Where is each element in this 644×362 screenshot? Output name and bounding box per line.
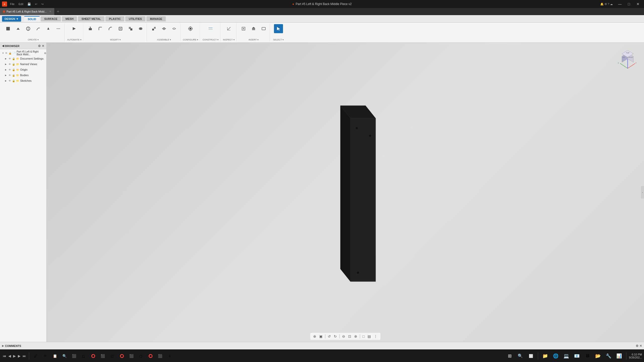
tab-solid[interactable]: SOLID (24, 16, 40, 22)
close-button[interactable]: ✕ (634, 1, 642, 7)
step-back-button[interactable]: ⏮ (2, 354, 7, 358)
browser-collapse-icon[interactable]: ◀ (2, 44, 4, 48)
insert-button[interactable] (239, 24, 248, 33)
minimize-button[interactable]: — (616, 1, 624, 7)
tree-item-named-views[interactable]: ▶ 👁 🔒 📁 Named Views (0, 61, 46, 67)
new-tab-button[interactable]: + (55, 8, 62, 15)
lock-icon-bodies[interactable]: 🔒 (12, 74, 15, 77)
filezilla-icon[interactable]: 📂 (593, 351, 602, 360)
fit-button[interactable]: ⊡ (347, 334, 352, 339)
comments-toggle-icon[interactable]: ▶ (2, 344, 4, 347)
tab-plastic[interactable]: PLASTIC (105, 16, 124, 21)
chamfer-button[interactable] (106, 24, 115, 33)
automate-button[interactable] (70, 24, 79, 33)
lock-icon-doc[interactable]: 🔒 (12, 57, 15, 60)
fillet-button[interactable] (96, 24, 105, 33)
visibility-icon-bodies[interactable]: 👁 (9, 74, 11, 77)
step-forward-button[interactable]: ⏭ (22, 354, 27, 358)
comments-settings-icon[interactable]: ⚙ (636, 344, 638, 348)
document-tab[interactable]: Part #5 Left & Right Back Midd... ✕ (0, 8, 55, 15)
taskbar-tool-6[interactable]: ◻ (79, 351, 88, 360)
redo-view-button[interactable]: ↻ (333, 334, 338, 339)
visual-style-button[interactable]: ▤ (367, 334, 372, 339)
tab-mesh[interactable]: MESH (62, 16, 77, 21)
assemble-button[interactable] (149, 24, 158, 33)
tree-item-sketches[interactable]: ▶ 👁 🔒 📁 Sketches (0, 78, 46, 83)
terminal-icon[interactable]: 🖥 (583, 351, 592, 360)
measure-button[interactable] (224, 24, 233, 33)
vscode-icon[interactable]: 💻 (562, 351, 571, 360)
taskbar-tool-8[interactable]: ⬛ (98, 351, 107, 360)
tree-item-doc-settings[interactable]: ▶ 👁 🔒 📁 Document Settings (0, 56, 46, 61)
undo-view-button[interactable]: ↺ (327, 334, 332, 339)
edit-menu[interactable]: Edit (18, 2, 24, 6)
task-view[interactable]: ⬜ (526, 351, 535, 360)
tree-item-options[interactable]: ⚙ (44, 52, 46, 55)
tab-utilities[interactable]: UTILITIES (125, 16, 145, 21)
joint-button[interactable] (159, 24, 169, 33)
maximize-button[interactable]: □ (625, 1, 633, 7)
search-taskbar[interactable]: 🔍 (516, 351, 525, 360)
visibility-icon-sketches[interactable]: 👁 (9, 79, 11, 82)
select-button[interactable] (274, 24, 283, 33)
tab-surface[interactable]: SURFACE (41, 16, 61, 21)
tree-item-origin[interactable]: ▶ 👁 🔒 📁 Origin (0, 67, 46, 72)
new-body-button[interactable] (4, 24, 13, 33)
create-more-button[interactable] (54, 24, 63, 33)
grid-button[interactable]: ⋮ (373, 334, 378, 339)
taskbar-tool-7[interactable]: ⭕ (89, 351, 98, 360)
decal-button[interactable] (249, 24, 258, 33)
browser-close-icon[interactable]: ✕ (42, 44, 44, 48)
visibility-icon-origin[interactable]: 👁 (9, 68, 11, 71)
look-at-button[interactable]: ▣ (318, 334, 324, 339)
lock-icon-root[interactable]: 🔒 (9, 52, 12, 55)
extrude-button[interactable] (14, 24, 23, 33)
scale-button[interactable] (126, 24, 135, 33)
taskbar-tool-4[interactable]: 🔍 (60, 351, 69, 360)
taskbar-tool-13[interactable]: ⭕ (146, 351, 155, 360)
taskbar-tool-10[interactable]: ⭕ (117, 351, 126, 360)
tree-item-bodies[interactable]: ▶ 👁 🔒 📁 Bodies (0, 72, 46, 78)
taskbar-tool-12[interactable]: ◻ (136, 351, 145, 360)
taskbar-tool-14[interactable]: ⬛ (155, 351, 165, 360)
file-menu[interactable]: File (9, 2, 16, 6)
taskbar-tool-5[interactable]: ⬛ (69, 351, 78, 360)
lock-icon-sketches[interactable]: 🔒 (12, 79, 15, 82)
save-btn[interactable]: 💾 (26, 2, 32, 6)
taskbar-tool-1[interactable]: 🖊 (31, 351, 40, 360)
combine-button[interactable] (136, 24, 145, 33)
taskbar-tool-15[interactable]: + (165, 351, 174, 360)
motion-study-button[interactable] (170, 24, 179, 33)
sweep-button[interactable] (34, 24, 43, 33)
app-icon-3[interactable]: 📊 (615, 351, 624, 360)
loft-button[interactable] (44, 24, 53, 33)
revolve-button[interactable] (24, 24, 33, 33)
taskbar-tool-11[interactable]: ⬛ (127, 351, 136, 360)
configure-button[interactable] (186, 24, 195, 33)
tab-close-button[interactable]: ✕ (49, 10, 51, 13)
undo-btn[interactable]: ↩ (34, 2, 38, 6)
press-pull-button[interactable] (86, 24, 95, 33)
view-cube[interactable]: x y z TOP FRONT LEFT (616, 48, 639, 70)
offset-plane-button[interactable] (206, 24, 215, 33)
right-panel-toggle[interactable]: • (641, 186, 644, 199)
browser-settings-icon[interactable]: ⚙ (38, 44, 41, 48)
next-button[interactable]: ▶ (17, 354, 21, 358)
comments-expand-icon[interactable]: ✕ (639, 344, 642, 348)
chrome-icon[interactable]: 🌐 (551, 351, 560, 360)
visibility-icon-named[interactable]: 👁 (9, 63, 11, 66)
redo-btn[interactable]: ↪ (40, 2, 45, 6)
design-mode-button[interactable]: DESIGN ▼ (2, 16, 21, 22)
play-button[interactable]: ▶ (12, 354, 17, 358)
lock-icon-named[interactable]: 🔒 (12, 63, 15, 66)
zoom-in-button[interactable]: ⊕ (353, 334, 358, 339)
taskbar-tool-3[interactable]: 📋 (50, 351, 59, 360)
taskbar-tool-2[interactable]: ✂ (41, 351, 50, 360)
canvas-button[interactable] (259, 24, 268, 33)
prev-button[interactable]: ◀ (8, 354, 12, 358)
lock-icon-origin[interactable]: 🔒 (12, 68, 15, 71)
start-button[interactable]: ⊞ (505, 351, 514, 360)
visibility-icon-root[interactable]: 👁 (5, 52, 8, 55)
tab-manage[interactable]: MANAGE (146, 16, 166, 21)
taskbar-tool-9[interactable]: ◻ (108, 351, 117, 360)
